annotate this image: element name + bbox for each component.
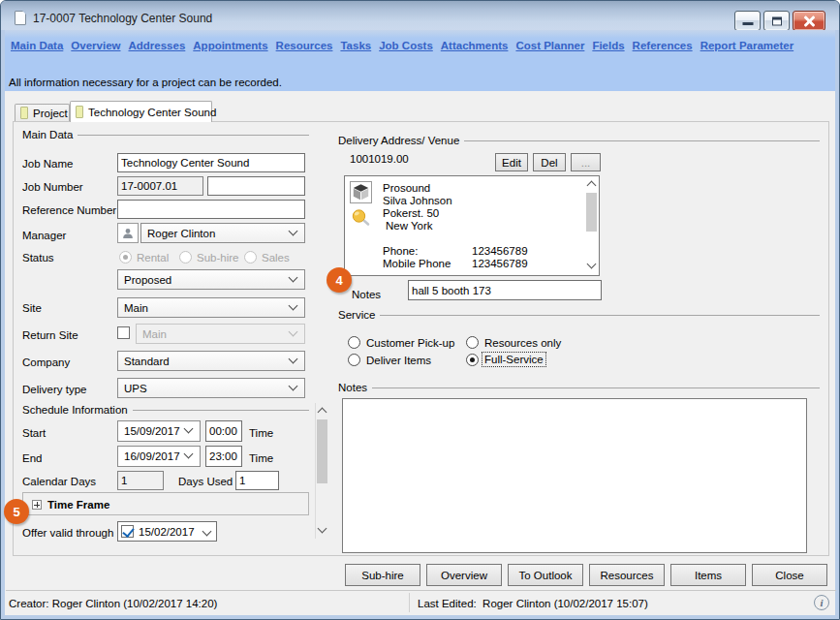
status-sub-hire-label: Sub-hire bbox=[197, 251, 238, 264]
offer-valid-checkbox[interactable] bbox=[121, 525, 134, 538]
nav-link-tasks[interactable]: Tasks bbox=[340, 40, 371, 51]
status-combobox[interactable]: Proposed bbox=[117, 269, 305, 290]
address-box: Prosound Silva Johnson Pokerst. 50 New Y… bbox=[344, 175, 600, 276]
service-radio-resources-only[interactable] bbox=[466, 336, 479, 349]
info-text: All information necessary for a project … bbox=[9, 77, 282, 88]
scrollbar-thumb[interactable] bbox=[317, 419, 327, 483]
nav-link-attachments[interactable]: Attachments bbox=[441, 40, 509, 51]
edit-button[interactable]: Edit bbox=[495, 153, 528, 171]
status-radio-sales[interactable] bbox=[244, 251, 257, 264]
chevron-down-icon bbox=[289, 354, 298, 363]
company-value: Standard bbox=[124, 356, 170, 367]
resources-button[interactable]: Resources bbox=[589, 564, 665, 586]
badge-5: 5 bbox=[4, 499, 29, 524]
items-button[interactable]: Items bbox=[670, 564, 746, 586]
delivery-notes-label: Notes bbox=[352, 288, 381, 301]
sub-hire-button[interactable]: Sub-hire bbox=[345, 564, 420, 586]
status-rental-label: Rental bbox=[137, 251, 169, 264]
more-button[interactable]: ... bbox=[571, 153, 601, 171]
last-edited-text: Last Edited: Roger Clinton (10/02/2017 1… bbox=[418, 597, 648, 610]
start-time-input[interactable] bbox=[205, 420, 242, 442]
group-notes-label: Notes bbox=[338, 381, 367, 394]
tab-project[interactable]: Project bbox=[15, 104, 70, 121]
nav-link-references[interactable]: References bbox=[633, 40, 693, 51]
reference-number-input[interactable] bbox=[117, 200, 305, 219]
divider bbox=[315, 403, 316, 539]
site-combobox[interactable]: Main bbox=[117, 297, 305, 318]
manager-combobox[interactable]: Roger Clinton bbox=[140, 223, 305, 243]
nav-link-fields[interactable]: Fields bbox=[592, 40, 624, 51]
nav-link-main-data[interactable]: Main Data bbox=[11, 40, 63, 51]
start-date-picker[interactable]: 15/09/2017 bbox=[117, 420, 201, 442]
time-frame-expander[interactable]: Time Frame bbox=[22, 492, 309, 515]
nav-link-resources[interactable]: Resources bbox=[276, 40, 333, 51]
job-name-input[interactable] bbox=[117, 153, 305, 172]
divider bbox=[372, 388, 820, 388]
manager-picker-button[interactable] bbox=[117, 223, 139, 243]
company-icon-button[interactable] bbox=[350, 181, 372, 203]
scroll-up-icon[interactable] bbox=[587, 181, 597, 191]
status-radio-rental[interactable] bbox=[119, 251, 132, 264]
address-line: Pokerst. 50 bbox=[383, 207, 439, 220]
creator-text: Creator: Roger Clinton (10/02/2017 14:20… bbox=[9, 597, 217, 610]
address-number: 1001019.00 bbox=[350, 152, 409, 166]
job-number-suffix-input[interactable] bbox=[207, 176, 305, 196]
site-label: Site bbox=[22, 301, 42, 315]
company-combobox[interactable]: Standard bbox=[117, 351, 305, 371]
nav-link-cost-planner[interactable]: Cost Planner bbox=[515, 40, 584, 51]
close-footer-button[interactable]: Close bbox=[752, 564, 827, 586]
scroll-down-icon[interactable] bbox=[587, 260, 597, 269]
overview-button[interactable]: Overview bbox=[426, 564, 502, 586]
service-deliver-items-label: Deliver Items bbox=[366, 354, 431, 367]
job-number-input[interactable] bbox=[117, 176, 203, 196]
tab-job-label: Technology Center Sound bbox=[88, 107, 216, 118]
minimize-icon bbox=[742, 22, 753, 25]
service-radio-full-service[interactable] bbox=[466, 354, 479, 366]
del-button[interactable]: Del bbox=[533, 153, 566, 171]
group-schedule: Schedule Information bbox=[22, 403, 309, 417]
nav-link-report-parameter[interactable]: Report Parameter bbox=[700, 40, 794, 51]
status-sales-label: Sales bbox=[262, 251, 290, 264]
status-radio-sub-hire[interactable] bbox=[179, 251, 192, 264]
chevron-down-icon bbox=[289, 300, 298, 310]
offer-valid-date-picker[interactable]: 15/02/2017 bbox=[117, 521, 217, 542]
maximize-icon bbox=[772, 16, 782, 25]
maximize-button[interactable] bbox=[763, 11, 790, 31]
divider bbox=[380, 315, 820, 316]
divider bbox=[133, 410, 309, 411]
window: 17-0007 Technology Center Sound Main Dat… bbox=[0, 0, 840, 620]
group-main-data: Main Data bbox=[22, 128, 309, 141]
notes-textarea[interactable] bbox=[342, 398, 807, 553]
tab-job[interactable]: Technology Center Sound bbox=[70, 101, 212, 122]
service-radio-deliver-items[interactable] bbox=[348, 354, 360, 366]
minimize-button[interactable] bbox=[734, 11, 761, 31]
nav-link-appointments[interactable]: Appointments bbox=[193, 40, 267, 51]
delivery-notes-input[interactable] bbox=[408, 280, 602, 300]
scrollbar-thumb[interactable] bbox=[586, 193, 597, 232]
delivery-type-combobox[interactable]: UPS bbox=[117, 378, 305, 398]
nav-link-overview[interactable]: Overview bbox=[71, 40, 120, 51]
delivery-type-label: Delivery type bbox=[22, 383, 86, 396]
nav-link-job-costs[interactable]: Job Costs bbox=[379, 40, 433, 51]
nav-link-addresses[interactable]: Addresses bbox=[128, 40, 185, 51]
return-site-checkbox[interactable] bbox=[117, 326, 130, 339]
venue-icon bbox=[351, 208, 370, 228]
close-button[interactable] bbox=[793, 11, 825, 31]
person-icon bbox=[122, 228, 134, 239]
close-icon bbox=[803, 16, 815, 27]
job-name-label: Job Name bbox=[22, 157, 73, 170]
badge-4: 4 bbox=[327, 267, 352, 293]
divider bbox=[409, 593, 410, 612]
group-service: Service bbox=[338, 308, 820, 322]
calendar-days-input[interactable] bbox=[117, 471, 164, 490]
return-site-combobox[interactable]: Main bbox=[136, 324, 305, 344]
info-icon bbox=[814, 595, 829, 610]
days-used-input[interactable] bbox=[235, 471, 279, 490]
end-time-input[interactable] bbox=[205, 446, 242, 467]
to-outlook-button[interactable]: To Outlook bbox=[508, 564, 583, 586]
return-site-value: Main bbox=[142, 328, 167, 340]
chevron-down-icon bbox=[289, 272, 298, 282]
end-date-picker[interactable]: 16/09/2017 bbox=[117, 446, 201, 467]
chevron-down-icon bbox=[289, 381, 298, 390]
service-radio-customer-pickup[interactable] bbox=[348, 336, 360, 349]
